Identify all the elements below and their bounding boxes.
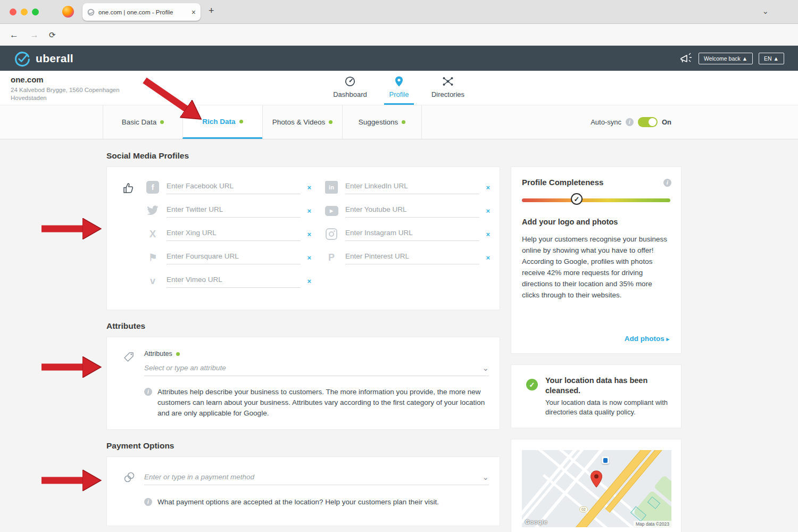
foursquare-url-input[interactable] [167, 252, 301, 260]
uberall-logo-icon [14, 50, 31, 67]
attributes-input[interactable] [144, 364, 482, 372]
autosync-info-icon[interactable]: i [626, 118, 634, 126]
tab-photos-videos[interactable]: Photos & Videos [262, 105, 342, 139]
language-button[interactable]: EN ▲ [759, 53, 784, 64]
welcome-back-button[interactable]: Welcome back ▲ [699, 53, 753, 64]
macos-minimize-button[interactable] [21, 9, 28, 15]
tab-rich-data[interactable]: Rich Data [182, 105, 262, 139]
list-tabs-chevron-icon[interactable]: ⌄ [762, 6, 769, 16]
tab-suggestions[interactable]: Suggestions [342, 105, 422, 139]
firefox-icon [62, 6, 74, 18]
chevron-down-icon[interactable]: ⌄ [482, 475, 489, 480]
attributes-field-label: Attributes [144, 350, 172, 358]
nav-item-dashboard[interactable]: Dashboard [333, 71, 367, 105]
clear-pinterest-icon[interactable]: × [486, 254, 490, 262]
browser-tab-strip: one.com | one.com - Profile × + ⌄ [0, 0, 798, 24]
transit-station-icon [602, 456, 609, 464]
pinterest-url-input[interactable] [345, 252, 479, 260]
add-photos-link[interactable]: Add photos ▸ [625, 335, 669, 343]
payment-input[interactable] [144, 473, 482, 481]
social-field-row: in × [324, 176, 490, 199]
social-field-row: × [324, 222, 490, 246]
clear-youtube-icon[interactable]: × [486, 207, 490, 215]
payment-info-text: What payment options are accepted at the… [157, 497, 439, 508]
linkedin-icon: in [325, 181, 338, 194]
location-map[interactable]: 02 Google Map data ©2023 [522, 450, 671, 527]
info-icon: i [144, 388, 152, 396]
pinterest-icon: P [328, 252, 335, 263]
caret-right-icon: ▸ [666, 336, 669, 342]
clear-linkedin-icon[interactable]: × [486, 184, 490, 192]
youtube-url-input[interactable] [345, 205, 479, 213]
data-cleansed-card: ✓ Your location data has been cleansed. … [511, 364, 681, 428]
attributes-select[interactable]: ⌄ [144, 364, 489, 376]
autosync-state: On [662, 118, 671, 126]
clear-instagram-icon[interactable]: × [486, 230, 490, 238]
facebook-url-input[interactable] [167, 182, 301, 190]
clear-facebook-icon[interactable]: × [307, 184, 311, 192]
social-field-row: v × [145, 269, 311, 293]
nav-item-directories[interactable]: Directories [431, 71, 465, 105]
facebook-icon: f [146, 181, 159, 194]
tab-favicon [87, 9, 95, 16]
chevron-down-icon[interactable]: ⌄ [482, 365, 489, 371]
payment-select[interactable]: ⌄ [144, 473, 489, 485]
profile-tab-bar: Basic Data Rich Data Photos & Videos Sug… [0, 105, 798, 139]
profile-completeness-title: Profile Completeness [511, 167, 681, 187]
macos-close-button[interactable] [10, 9, 16, 15]
twitter-icon [146, 205, 159, 216]
reload-button[interactable]: ⟳ [49, 30, 56, 40]
app-header: uberall Welcome back ▲ EN ▲ [0, 46, 798, 71]
status-dot [160, 120, 164, 124]
social-field-row: ▶ × [324, 199, 490, 222]
completeness-info-icon[interactable]: i [663, 179, 671, 187]
announcement-icon[interactable] [679, 52, 693, 65]
status-dot [176, 352, 180, 356]
status-dot [402, 120, 405, 124]
map-copyright: Map data ©2023 [634, 521, 671, 527]
tab-basic-data[interactable]: Basic Data [103, 105, 182, 139]
forward-button: → [30, 30, 39, 40]
attributes-heading: Attributes [106, 321, 500, 331]
clear-vimeo-icon[interactable]: × [307, 277, 311, 285]
back-button[interactable]: ← [10, 30, 19, 40]
road-number-label: 02 [579, 506, 588, 512]
social-media-heading: Social Media Profiles [106, 151, 500, 161]
vimeo-url-input[interactable] [167, 276, 301, 284]
social-field-row: X × [145, 222, 311, 246]
payment-card: ⌄ i What payment options are accepted at… [106, 456, 500, 526]
twitter-url-input[interactable] [167, 205, 301, 213]
browser-navbar: ← → ⟳ [0, 24, 798, 46]
vimeo-icon: v [150, 276, 155, 287]
xing-url-input[interactable] [167, 229, 301, 237]
payment-heading: Payment Options [106, 440, 500, 451]
attributes-card: Attributes ⌄ i Attributes help describe … [106, 337, 500, 430]
social-field-row: P × [324, 246, 490, 269]
profile-pin-icon [393, 76, 405, 87]
nav-item-profile[interactable]: Profile [382, 71, 416, 105]
xing-icon: X [149, 229, 156, 240]
clear-twitter-icon[interactable]: × [307, 207, 311, 215]
info-icon: i [144, 498, 152, 506]
macos-zoom-button[interactable] [32, 9, 39, 15]
clear-foursquare-icon[interactable]: × [307, 254, 311, 262]
completeness-body: Help your customers recognise your busin… [522, 234, 670, 301]
youtube-icon: ▶ [325, 206, 338, 216]
linkedin-url-input[interactable] [345, 182, 479, 190]
status-dot [239, 120, 243, 123]
autosync-toggle[interactable] [638, 117, 658, 127]
dashboard-icon [344, 76, 356, 87]
completeness-progress-bar: ✓ [522, 198, 670, 202]
profile-completeness-card: Profile Completeness i ✓ Add your logo a… [511, 167, 681, 354]
brand-name: uberall [36, 52, 73, 65]
tab-close-icon[interactable]: × [192, 8, 196, 16]
clear-xing-icon[interactable]: × [307, 230, 311, 238]
green-check-icon: ✓ [526, 379, 538, 390]
social-field-row: ⚑ × [145, 246, 311, 269]
browser-tab[interactable]: one.com | one.com - Profile × [82, 3, 201, 21]
social-field-row: f × [145, 176, 311, 199]
new-tab-button[interactable]: + [209, 5, 214, 16]
uberall-logo: uberall [14, 50, 73, 67]
instagram-url-input[interactable] [345, 229, 479, 237]
autosync-label: Auto-sync [591, 118, 621, 126]
